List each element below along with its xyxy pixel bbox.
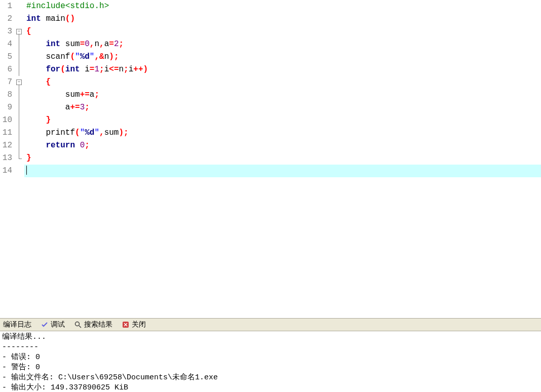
fold-toggle-icon[interactable]: − <box>16 29 22 34</box>
line-number: 10 <box>2 114 12 127</box>
code-line[interactable]: int main() <box>24 13 541 25</box>
code-line[interactable]: a+=3; <box>24 101 541 114</box>
tab-close[interactable]: 关闭 <box>119 319 149 330</box>
output-warnings-line: - 警告: 0 <box>2 363 539 373</box>
output-separator: -------- <box>2 342 539 352</box>
debug-label: 调试 <box>51 320 65 329</box>
line-number: 6 <box>2 63 12 76</box>
line-number: 5 <box>2 51 12 63</box>
line-number: 11 <box>2 127 12 139</box>
close-label: 关闭 <box>132 320 146 329</box>
search-icon <box>74 321 82 329</box>
line-number: 13 <box>2 152 12 165</box>
compile-log-label: 编译日志 <box>3 320 31 329</box>
code-line[interactable]: } <box>24 114 541 127</box>
close-icon <box>122 321 130 329</box>
line-number: 9 <box>2 101 12 114</box>
line-number: 1 <box>2 0 12 13</box>
line-number: 7 <box>2 76 12 89</box>
tab-compile-log[interactable]: 编译日志 <box>0 319 34 330</box>
code-line[interactable]: printf("%d",sum); <box>24 127 541 139</box>
tab-debug[interactable]: 调试 <box>37 319 68 330</box>
code-content[interactable]: #include<stdio.h>int main(){ int sum=0,n… <box>24 0 541 318</box>
line-number: 2 <box>2 13 12 25</box>
code-line[interactable]: for(int i=1;i<=n;i++) <box>24 63 541 76</box>
code-editor[interactable]: 1234567891011121314 −− #include<stdio.h>… <box>0 0 541 318</box>
fold-toggle-icon[interactable]: − <box>16 80 22 85</box>
search-results-label: 搜索结果 <box>84 320 112 329</box>
output-size-line: - 输出大小: 149.337890625 KiB <box>2 383 539 392</box>
text-cursor <box>26 166 27 175</box>
code-line[interactable] <box>24 165 541 177</box>
svg-point-0 <box>75 322 80 326</box>
code-line[interactable]: #include<stdio.h> <box>24 0 541 13</box>
code-line[interactable]: scanf("%d",&n); <box>24 51 541 63</box>
code-line[interactable]: { <box>24 76 541 89</box>
line-number: 12 <box>2 139 12 152</box>
check-icon <box>41 321 49 329</box>
code-line[interactable]: { <box>24 25 541 38</box>
output-title: 编译结果... <box>2 332 539 342</box>
code-line[interactable]: sum+=a; <box>24 89 541 101</box>
tab-search-results[interactable]: 搜索结果 <box>71 319 115 330</box>
output-errors-line: - 错误: 0 <box>2 352 539 363</box>
line-number: 3 <box>2 25 12 38</box>
code-line[interactable]: return 0; <box>24 139 541 152</box>
line-number-gutter: 1234567891011121314 <box>0 0 15 318</box>
svg-line-1 <box>79 326 81 328</box>
compile-output-panel[interactable]: 编译结果... -------- - 错误: 0 - 警告: 0 - 输出文件名… <box>0 331 541 392</box>
line-number: 8 <box>2 89 12 101</box>
line-number: 4 <box>2 38 12 51</box>
bottom-panel-tabs: 编译日志 调试 搜索结果 关闭 <box>0 318 541 331</box>
fold-column[interactable]: −− <box>15 0 24 318</box>
code-line[interactable]: int sum=0,n,a=2; <box>24 38 541 51</box>
code-line[interactable]: } <box>24 152 541 165</box>
line-number: 14 <box>2 165 12 177</box>
output-file-line: - 输出文件名: C:\Users\69258\Documents\未命名1.e… <box>2 373 539 383</box>
